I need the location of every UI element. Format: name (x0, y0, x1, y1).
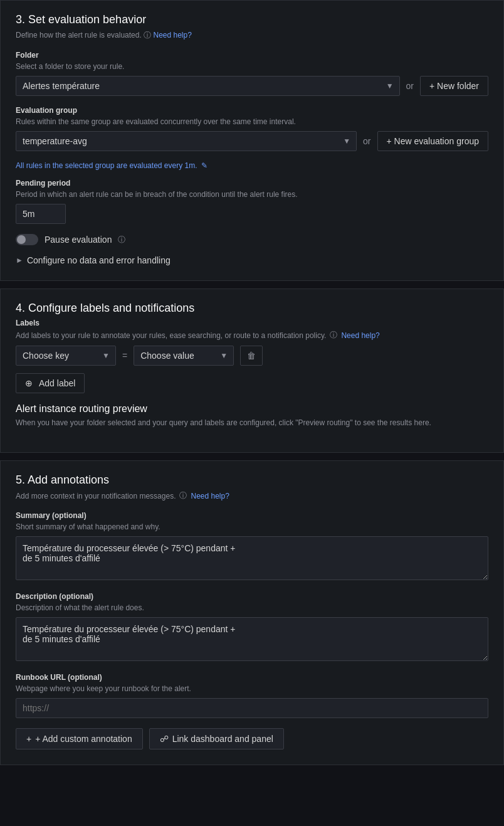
annotation-buttons-row: + + Add custom annotation ☍ Link dashboa… (16, 728, 488, 749)
description-label: Description (optional) (16, 592, 488, 601)
summary-group: Summary (optional) Short summary of what… (16, 511, 488, 582)
routing-title: Alert instance routing preview (16, 403, 488, 415)
add-custom-annotation-button[interactable]: + + Add custom annotation (16, 728, 143, 749)
routing-desc: When you have your folder selected and y… (16, 418, 488, 427)
summary-label: Summary (optional) (16, 511, 488, 520)
toggle-slider (16, 234, 38, 245)
add-annotation-plus-icon: + (26, 734, 31, 744)
link-dashboard-icon: ☍ (160, 734, 169, 744)
add-label-button[interactable]: ⊕ Add label (16, 373, 85, 393)
label-value-wrapper: Choose value ▼ (134, 346, 234, 366)
new-folder-button[interactable]: + New folder (420, 76, 488, 96)
pending-period-label: Pending period (16, 179, 488, 188)
section-5-info-icon: ⓘ (179, 490, 187, 501)
section-3-title: 3. Set evaluation behavior (16, 13, 488, 26)
runbook-label: Runbook URL (optional) (16, 673, 488, 682)
folder-row: Alertes température ▼ or + New folder (16, 76, 488, 96)
equals-sign: = (122, 351, 127, 361)
eval-group-select[interactable]: temperature-avg (16, 131, 357, 151)
section-4: 4. Configure labels and notifications La… (0, 289, 504, 453)
description-group: Description (optional) Description of wh… (16, 592, 488, 663)
toggle-knob (17, 235, 26, 244)
folder-select-wrapper: Alertes température ▼ (16, 76, 400, 96)
pause-eval-label: Pause evaluation (45, 235, 112, 245)
runbook-url-input[interactable] (16, 698, 488, 718)
runbook-group: Runbook URL (optional) Webpage where you… (16, 673, 488, 718)
section-5-need-help[interactable]: Need help? (191, 492, 229, 500)
label-value-select[interactable]: Choose value (134, 346, 234, 366)
section-3-subtitle: Define how the alert rule is evaluated. … (16, 30, 488, 41)
evaluation-group-group: Evaluation group Rules within the same g… (16, 106, 488, 151)
pending-period-input[interactable]: 5m (16, 204, 66, 224)
summary-textarea[interactable]: Température du processeur élevée (> 75°C… (16, 536, 488, 580)
description-desc: Description of what the alert rule does. (16, 603, 488, 612)
section-5: 5. Add annotations Add more context in y… (0, 460, 504, 765)
configure-error-link[interactable]: ► Configure no data and error handling (16, 255, 488, 265)
eval-group-or: or (363, 136, 370, 146)
labels-desc-row: Add labels to your rule to annotate your… (16, 330, 488, 341)
delete-label-button[interactable]: 🗑 (240, 346, 263, 366)
pause-eval-info-icon: ⓘ (118, 235, 125, 245)
labels-group: Labels Add labels to your rule to annota… (16, 319, 488, 393)
evaluation-group-desc: Rules within the same group are evaluate… (16, 117, 488, 126)
label-key-wrapper: Choose key ▼ (16, 346, 116, 366)
eval-info: All rules in the selected group are eval… (16, 161, 488, 170)
folder-or: or (406, 81, 414, 91)
eval-group-select-wrapper: temperature-avg ▼ (16, 131, 357, 151)
label-key-select[interactable]: Choose key (16, 346, 116, 366)
section-5-desc-row: Add more context in your notification me… (16, 490, 488, 501)
new-eval-group-button[interactable]: + New evaluation group (377, 131, 489, 151)
pause-eval-toggle-row: Pause evaluation ⓘ (16, 234, 488, 245)
section-3: 3. Set evaluation behavior Define how th… (0, 0, 504, 281)
evaluation-group-label: Evaluation group (16, 106, 488, 115)
labels-label: Labels (16, 319, 488, 327)
edit-eval-icon[interactable]: ✎ (201, 161, 207, 170)
description-textarea[interactable]: Température du processeur élevée (> 75°C… (16, 617, 488, 661)
folder-group: Folder Select a folder to store your rul… (16, 51, 488, 96)
link-dashboard-panel-button[interactable]: ☍ Link dashboard and panel (149, 728, 284, 749)
labels-need-help[interactable]: Need help? (341, 331, 379, 340)
label-row-1: Choose key ▼ = Choose value ▼ 🗑 (16, 346, 488, 366)
routing-preview-group: Alert instance routing preview When you … (16, 403, 488, 427)
section-5-title: 5. Add annotations (16, 474, 488, 487)
section-4-title: 4. Configure labels and notifications (16, 302, 488, 315)
add-label-icon: ⊕ (25, 378, 33, 388)
folder-desc: Select a folder to store your rule. (16, 62, 488, 71)
folder-label: Folder (16, 51, 488, 60)
section-5-desc: Add more context in your notification me… (16, 492, 176, 500)
folder-select[interactable]: Alertes température (16, 76, 400, 96)
evaluation-group-row: temperature-avg ▼ or + New evaluation gr… (16, 131, 488, 151)
labels-info-icon: ⓘ (330, 330, 337, 341)
labels-desc: Add labels to your rule to annotate your… (16, 331, 326, 340)
summary-desc: Short summary of what happened and why. (16, 522, 488, 531)
pause-eval-toggle[interactable] (16, 234, 38, 245)
section-3-need-help[interactable]: Need help? (153, 31, 191, 40)
runbook-desc: Webpage where you keep your runbook for … (16, 684, 488, 693)
configure-chevron-icon: ► (16, 256, 23, 265)
pending-period-desc: Period in which an alert rule can be in … (16, 190, 488, 199)
pending-period-group: Pending period Period in which an alert … (16, 179, 488, 224)
